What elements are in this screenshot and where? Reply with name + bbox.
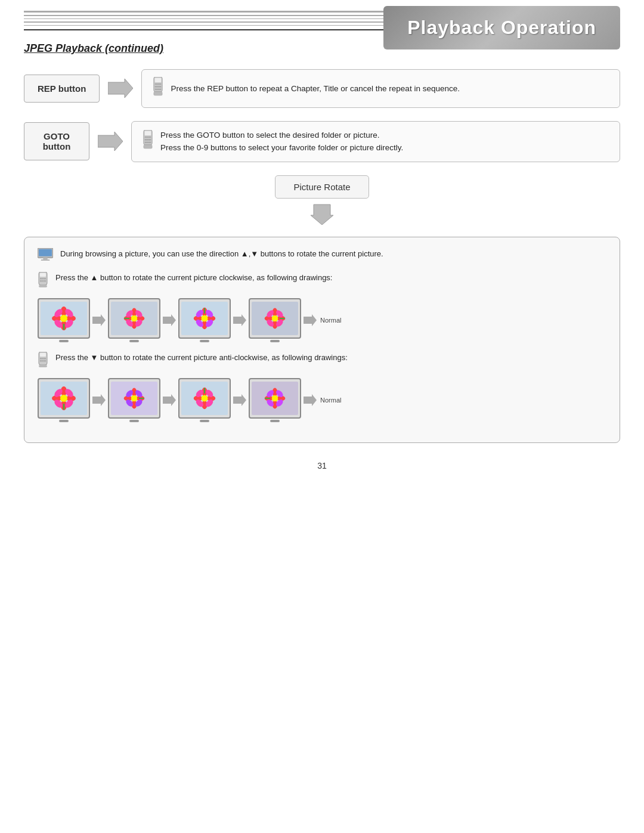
screen-rot270 [249, 298, 301, 342]
svg-rect-20 [147, 139, 149, 141]
goto-button[interactable]: GOTO button [24, 122, 89, 160]
rep-arrow [108, 79, 133, 98]
seq-arrow-acw-1 [92, 394, 106, 406]
svg-marker-108 [92, 394, 106, 406]
svg-rect-95 [44, 360, 46, 362]
rotate-info-row-2: Press the ▲ button to rotate the current… [38, 272, 606, 291]
svg-rect-24 [149, 141, 151, 143]
rotate-info-text-3: Press the ▼ button to rotate the current… [55, 352, 348, 364]
svg-rect-11 [159, 89, 162, 91]
seq-arrow-acw-2 [163, 394, 176, 406]
svg-rect-30 [41, 259, 50, 261]
svg-point-106 [60, 395, 67, 402]
svg-marker-132 [233, 394, 246, 406]
seq-arrow-acw-3 [233, 394, 246, 406]
screen-rot90 [108, 298, 160, 342]
seq-arrow-acw-4 [304, 394, 317, 406]
page-number: 31 [0, 461, 644, 470]
normal-label-cw: Normal [320, 317, 341, 324]
svg-rect-28 [39, 249, 52, 256]
screen-normal-1 [38, 298, 90, 342]
goto-arrow [98, 132, 123, 151]
svg-rect-96 [39, 365, 47, 367]
svg-rect-10 [157, 89, 160, 91]
header-section: Playback Operation [0, 0, 644, 30]
svg-rect-89 [40, 353, 46, 357]
svg-marker-75 [233, 314, 246, 326]
svg-rect-34 [42, 278, 44, 280]
svg-marker-87 [304, 314, 317, 326]
svg-rect-21 [149, 139, 151, 141]
rep-button-row: REP button [24, 69, 620, 108]
seq-arrow-3 [233, 314, 246, 326]
svg-rect-35 [44, 278, 46, 280]
svg-rect-8 [159, 86, 162, 88]
svg-rect-29 [43, 258, 47, 259]
svg-point-61 [131, 315, 137, 321]
screen-acw-rot2 [178, 378, 231, 422]
svg-rect-12 [154, 92, 162, 95]
svg-rect-18 [149, 137, 151, 138]
svg-rect-39 [39, 285, 47, 287]
svg-rect-2 [155, 78, 162, 82]
svg-marker-120 [163, 394, 176, 406]
screen-acw-normal [38, 378, 90, 422]
svg-rect-91 [42, 358, 44, 360]
goto-description: Press the GOTO button to select the desi… [131, 121, 620, 162]
svg-rect-36 [40, 280, 42, 282]
svg-rect-15 [145, 131, 151, 135]
clockwise-sequence: Normal [38, 298, 606, 342]
svg-point-118 [131, 395, 137, 401]
rep-description-text: Press the REP button to repeat a Chapter… [171, 82, 460, 95]
remote-icon-rep [151, 77, 165, 100]
svg-rect-25 [144, 145, 152, 148]
rotate-info-box: During browsing a picture, you can use t… [24, 237, 620, 443]
svg-rect-33 [40, 278, 42, 280]
svg-marker-63 [163, 314, 176, 326]
svg-rect-23 [147, 141, 149, 143]
picture-rotate-box: Picture Rotate [275, 175, 369, 199]
svg-rect-22 [145, 141, 147, 143]
title-box: Playback Operation [383, 6, 620, 49]
seq-arrow-1 [92, 314, 106, 326]
svg-rect-3 [155, 83, 157, 85]
remote-icon-rotate-2 [38, 352, 48, 371]
rep-button[interactable]: REP button [24, 75, 100, 103]
svg-marker-0 [108, 79, 133, 98]
goto-description-text: Press the GOTO button to select the desi… [160, 129, 403, 154]
svg-point-142 [272, 395, 278, 401]
rep-description: Press the REP button to repeat a Chapter… [141, 69, 620, 108]
svg-point-73 [202, 315, 208, 322]
svg-rect-5 [159, 83, 162, 85]
svg-rect-37 [42, 280, 44, 282]
svg-rect-17 [147, 137, 149, 138]
rotate-info-text-1: During browsing a picture, you can use t… [60, 248, 383, 260]
remote-icon-rotate [38, 272, 48, 291]
screen-acw-rot1 [108, 378, 160, 422]
rotate-info-row-1: During browsing a picture, you can use t… [38, 248, 606, 265]
svg-marker-13 [98, 132, 123, 151]
svg-rect-6 [155, 86, 157, 88]
goto-button-row: GOTO button [24, 121, 620, 162]
rotate-info-text-2: Press the ▲ button to rotate the current… [55, 272, 332, 284]
content-area: REP button [24, 69, 620, 443]
down-arrow-icon [311, 202, 333, 227]
svg-rect-38 [44, 280, 46, 282]
svg-rect-4 [157, 83, 160, 85]
seq-arrow-4 [304, 314, 317, 326]
svg-rect-92 [44, 358, 46, 360]
svg-rect-9 [155, 89, 157, 91]
svg-rect-16 [145, 137, 147, 138]
seq-arrow-2 [163, 314, 176, 326]
svg-point-130 [202, 395, 208, 402]
normal-label-acw: Normal [320, 397, 341, 404]
svg-rect-32 [40, 273, 46, 277]
screen-rot180 [178, 298, 231, 342]
svg-rect-90 [40, 358, 42, 360]
svg-marker-144 [304, 394, 317, 406]
anticlockwise-sequence: Normal [38, 378, 606, 422]
picture-rotate-section: Picture Rotate [24, 175, 620, 227]
svg-point-85 [272, 315, 278, 321]
page-title: Playback Operation [407, 17, 596, 39]
svg-rect-19 [145, 139, 147, 141]
